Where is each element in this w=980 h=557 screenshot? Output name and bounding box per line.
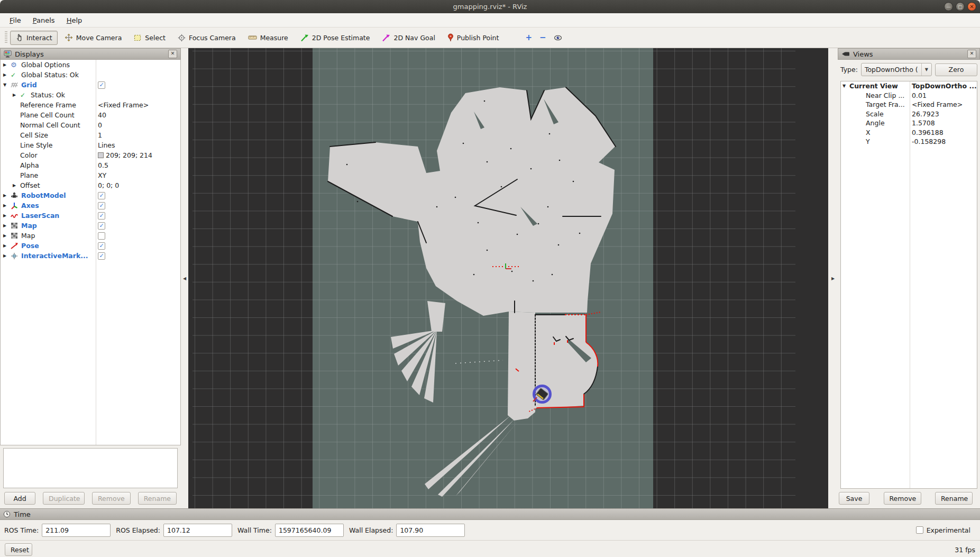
row-value[interactable]: 0.5 xyxy=(98,161,108,169)
views-action-button[interactable]: Rename xyxy=(935,492,973,505)
display-tree-row[interactable]: Alpha 0.5 xyxy=(1,160,180,170)
toolbar-grip-handle[interactable] xyxy=(5,31,7,44)
view-property-row[interactable]: ▼ Current View TopDownOrtho ... xyxy=(841,81,977,91)
visibility-checkbox[interactable] xyxy=(98,192,105,199)
color-swatch[interactable] xyxy=(98,152,104,158)
extra-tool-button[interactable]: − xyxy=(536,33,550,43)
visibility-checkbox[interactable] xyxy=(98,252,105,260)
menu-item[interactable]: File xyxy=(4,15,26,26)
reset-button[interactable]: Reset xyxy=(5,543,32,556)
expander-arrow-icon[interactable]: ▶ xyxy=(3,253,11,258)
property-value[interactable]: 0.396188 xyxy=(910,129,944,136)
3d-scene[interactable] xyxy=(188,48,828,508)
property-value[interactable]: -0.158298 xyxy=(910,138,946,145)
row-value[interactable]: 40 xyxy=(98,111,106,119)
display-tree-row[interactable]: ▶ InteractiveMark... xyxy=(1,251,180,261)
expander-arrow-icon[interactable]: ▶ xyxy=(3,243,11,248)
display-tree-row[interactable]: Plane Cell Count 40 xyxy=(1,110,180,120)
visibility-checkbox[interactable] xyxy=(98,242,105,250)
time-field-input[interactable] xyxy=(396,524,465,537)
expander-arrow-icon[interactable]: ▶ xyxy=(13,93,20,97)
property-value[interactable]: 0.01 xyxy=(910,92,927,99)
views-action-button[interactable]: Remove xyxy=(884,492,921,505)
expander-arrow-icon[interactable]: ▼ xyxy=(3,83,11,87)
display-tree-row[interactable]: ▶ ⚙ Global Options xyxy=(1,60,180,70)
displays-action-button[interactable]: Remove xyxy=(92,492,131,505)
time-field-input[interactable] xyxy=(275,524,344,537)
views-action-button[interactable]: Save xyxy=(839,492,869,505)
experimental-checkbox[interactable] xyxy=(916,526,923,534)
left-panel-collapse-gutter[interactable]: ◀ xyxy=(181,48,188,508)
views-close-icon[interactable]: ✕ xyxy=(967,50,976,58)
view-property-row[interactable]: Angle 1.5708 xyxy=(841,118,977,128)
tool-button[interactable]: Focus Camera xyxy=(172,31,241,45)
time-field-input[interactable] xyxy=(42,524,111,537)
displays-action-button[interactable]: Rename xyxy=(138,492,177,505)
menu-item[interactable]: Panels xyxy=(28,15,60,26)
expander-arrow-icon[interactable]: ▶ xyxy=(13,183,20,188)
display-tree-row[interactable]: Color 209; 209; 214 xyxy=(1,150,180,160)
view-property-row[interactable]: Near Clip ... 0.01 xyxy=(841,91,977,101)
view-property-row[interactable]: X 0.396188 xyxy=(841,128,977,138)
extra-tool-button[interactable]: + xyxy=(521,33,536,43)
expander-arrow-icon[interactable]: ▶ xyxy=(3,193,11,198)
display-tree-row[interactable]: ▶ Map xyxy=(1,221,180,231)
expander-arrow-icon[interactable]: ▶ xyxy=(3,223,11,228)
visibility-checkbox[interactable] xyxy=(98,81,105,89)
displays-tree[interactable]: ▶ ⚙ Global Options ▶ ✓ Global Status: Ok xyxy=(0,60,181,445)
close-button[interactable]: ✕ xyxy=(967,2,976,11)
display-tree-row[interactable]: Normal Cell Count 0 xyxy=(1,120,180,130)
property-value[interactable]: TopDownOrtho ... xyxy=(910,82,977,90)
display-tree-row[interactable]: Line Style Lines xyxy=(1,140,180,150)
view-property-row[interactable]: Scale 26.7923 xyxy=(841,109,977,119)
displays-panel-header[interactable]: Displays ✕ xyxy=(0,48,181,60)
expander-arrow-icon[interactable]: ▶ xyxy=(3,213,11,218)
menu-item[interactable]: Help xyxy=(61,15,88,26)
tool-button[interactable]: Measure xyxy=(243,31,294,45)
time-panel-header[interactable]: Time xyxy=(0,508,980,520)
tool-button[interactable]: Interact xyxy=(10,31,58,45)
minimize-button[interactable]: — xyxy=(944,2,953,11)
view-type-dropdown[interactable]: TopDownOrtho ( ▼ xyxy=(861,63,932,76)
robot-marker[interactable] xyxy=(533,386,551,403)
display-tree-row[interactable]: ▼ Grid xyxy=(1,80,180,90)
displays-action-button[interactable]: Add xyxy=(4,492,35,505)
display-tree-row[interactable]: ▶ Axes xyxy=(1,200,180,211)
right-panel-collapse-gutter[interactable]: ▶ xyxy=(828,48,838,508)
extra-tool-button[interactable] xyxy=(550,34,566,42)
display-tree-row[interactable]: ▶ ✓ Status: Ok xyxy=(1,90,180,100)
visibility-checkbox[interactable] xyxy=(98,222,105,230)
tool-button[interactable]: Publish Point xyxy=(442,31,505,45)
displays-action-button[interactable]: Duplicate xyxy=(43,492,85,505)
property-value[interactable]: <Fixed Frame> xyxy=(910,101,963,108)
views-tree[interactable]: ▼ Current View TopDownOrtho ... Near Cli… xyxy=(840,81,977,489)
row-value[interactable]: 0; 0; 0 xyxy=(98,181,119,189)
property-value[interactable]: 1.5708 xyxy=(910,119,935,127)
display-tree-row[interactable]: Cell Size 1 xyxy=(1,130,180,140)
display-tree-row[interactable]: ▶ Pose xyxy=(1,241,180,251)
row-value[interactable]: 0 xyxy=(98,121,102,129)
tool-button[interactable]: 2D Pose Estimate xyxy=(295,31,375,45)
display-tree-row[interactable]: ▶ Offset 0; 0; 0 xyxy=(1,180,180,190)
expander-arrow-icon[interactable]: ▶ xyxy=(3,72,11,77)
display-tree-row[interactable]: ▶ Map xyxy=(1,231,180,241)
view-property-row[interactable]: Target Fra... <Fixed Frame> xyxy=(841,100,977,109)
row-value[interactable]: 1 xyxy=(98,131,102,139)
tool-button[interactable]: Move Camera xyxy=(59,31,127,45)
tool-button[interactable]: 2D Nav Goal xyxy=(377,31,440,45)
display-tree-row[interactable]: ▶ LaserScan xyxy=(1,211,180,221)
view-property-row[interactable]: Y -0.158298 xyxy=(841,137,977,147)
display-tree-row[interactable]: ▶ ✓ Global Status: Ok xyxy=(1,70,180,80)
time-field-input[interactable] xyxy=(163,524,232,537)
row-value[interactable]: 209; 209; 214 xyxy=(106,151,152,159)
row-value[interactable]: XY xyxy=(98,171,106,179)
expander-arrow-icon[interactable]: ▶ xyxy=(3,62,11,67)
visibility-checkbox[interactable] xyxy=(98,232,105,240)
expander-arrow-icon[interactable]: ▼ xyxy=(841,84,849,88)
title-bar[interactable]: gmapping.rviz* - RViz — ▢ ✕ xyxy=(0,0,980,13)
expander-arrow-icon[interactable]: ▶ xyxy=(3,203,11,208)
visibility-checkbox[interactable] xyxy=(98,202,105,209)
visibility-checkbox[interactable] xyxy=(98,212,105,220)
display-tree-row[interactable]: Plane XY xyxy=(1,170,180,180)
zero-button[interactable]: Zero xyxy=(935,63,977,76)
